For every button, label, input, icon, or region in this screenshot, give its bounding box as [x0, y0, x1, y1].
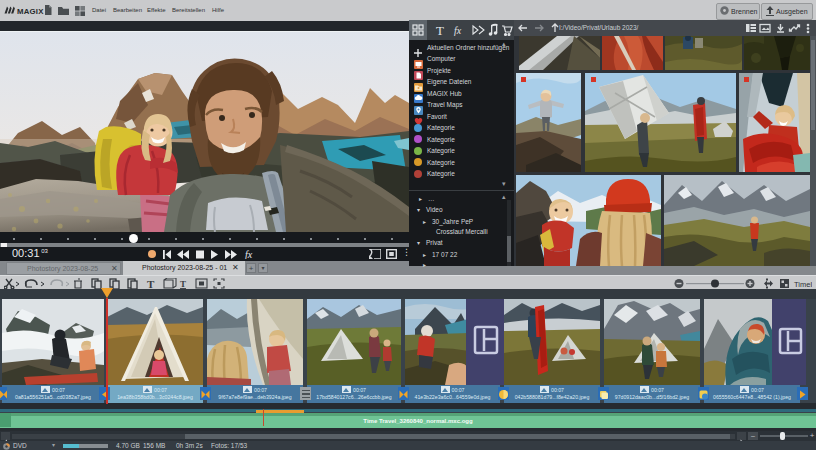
svg-text:T: T [180, 279, 186, 289]
svg-text:MAGIX: MAGIX [17, 7, 44, 16]
svg-text:T: T [436, 23, 444, 38]
svg-text:fx: fx [454, 25, 462, 36]
svg-text:T: T [147, 278, 155, 289]
svg-text:fx: fx [245, 250, 253, 259]
svg-text:Timeline: Timeline [794, 280, 812, 289]
